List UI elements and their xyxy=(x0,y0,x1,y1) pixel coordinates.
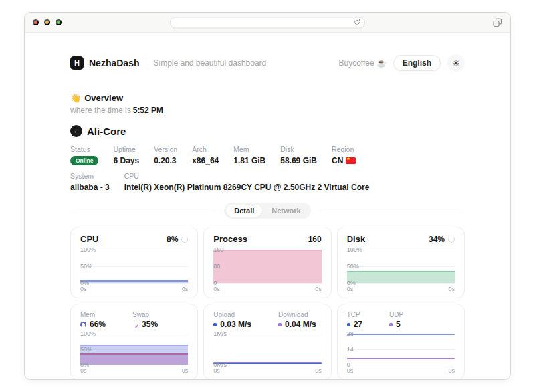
x-tick: 0s xyxy=(315,286,322,292)
x-tick: 0s xyxy=(448,286,455,292)
zoom-window-button[interactable] xyxy=(56,19,62,25)
app-tagline: Simple and beautiful dashboard xyxy=(153,58,266,68)
tabs-divider-left xyxy=(70,211,216,211)
brand-divider xyxy=(146,58,146,68)
version-value: 0.20.3 xyxy=(154,156,177,165)
y-tick: 28 xyxy=(347,331,354,337)
disk-chart-xaxis: 0s 0s xyxy=(347,286,455,292)
x-tick: 0s xyxy=(182,367,189,374)
x-tick: 0s xyxy=(80,286,87,292)
tabs: Detail Network xyxy=(224,203,310,219)
upload-stat: Upload 0.03 M/s xyxy=(213,311,251,329)
minimize-window-button[interactable] xyxy=(44,19,50,25)
tab-detail[interactable]: Detail xyxy=(226,205,262,217)
brand[interactable]: H NezhaDash Simple and beautiful dashboa… xyxy=(70,56,266,70)
buycoffee-link[interactable]: Buycoffee ☕ xyxy=(339,58,387,68)
cpu-chart: 100%50%0% xyxy=(80,250,188,283)
disk-card-title: Disk xyxy=(347,234,365,244)
y-tick: 160 xyxy=(213,247,223,253)
mem-stat-label: Mem xyxy=(80,311,106,318)
copy-tab-button[interactable] xyxy=(493,18,502,27)
overview-title-text: Overview xyxy=(84,93,123,103)
x-tick: 0s xyxy=(315,367,322,374)
y-tick: 50% xyxy=(80,264,92,270)
arch-value: x86_64 xyxy=(192,156,219,165)
app-name: NezhaDash xyxy=(89,58,139,68)
theme-toggle-button[interactable]: ☀ xyxy=(447,54,465,72)
tcp-stat-label: TCP xyxy=(347,311,362,318)
udp-stat: UDP 5 xyxy=(389,311,403,329)
language-button[interactable]: English xyxy=(393,55,441,71)
download-stat: Download 0.04 M/s xyxy=(278,311,316,329)
y-tick: 1M/s xyxy=(213,331,227,337)
mem-progress-arc-icon xyxy=(80,322,86,328)
series-line xyxy=(347,334,455,335)
x-tick: 0s xyxy=(213,286,220,292)
upload-dot-icon xyxy=(213,323,217,326)
status-label: Status xyxy=(70,145,98,153)
tcp-stat: TCP 27 xyxy=(347,311,362,329)
swap-stat: Swap 35% xyxy=(132,311,158,329)
overview-title: 👋 Overview xyxy=(70,93,465,103)
series-line xyxy=(347,358,455,359)
server-details-row2: System alibaba - 3 CPU Intel(R) Xeon(R) … xyxy=(70,172,465,192)
swap-stat-value: 35% xyxy=(142,320,158,329)
detail-arch: Arch x86_64 xyxy=(192,145,219,165)
overview-time: where the time is5:52 PM xyxy=(70,106,465,115)
sun-icon: ☀ xyxy=(452,58,460,68)
mem-swap-chart-xaxis: 0s 0s xyxy=(80,367,188,374)
tab-network[interactable]: Network xyxy=(263,205,308,217)
time-prefix: where the time is xyxy=(70,106,131,115)
arch-label: Arch xyxy=(192,145,219,153)
coffee-icon: ☕ xyxy=(377,58,387,68)
detail-uptime: Uptime 6 Days xyxy=(113,145,139,165)
download-dot-icon xyxy=(278,323,282,326)
back-button[interactable]: ← xyxy=(70,125,82,137)
cpu-card-value: 8% xyxy=(167,235,178,244)
window-controls xyxy=(33,19,62,25)
system-label: System xyxy=(70,172,110,180)
y-tick: 14 xyxy=(347,347,354,353)
back-arrow-icon: ← xyxy=(73,128,80,134)
desktop: H NezhaDash Simple and beautiful dashboa… xyxy=(0,0,535,392)
cpu-model-value: Intel(R) Xeon(R) Platinum 8269CY CPU @ 2… xyxy=(124,183,370,192)
address-bar[interactable] xyxy=(170,17,365,28)
loading-spinner-icon xyxy=(181,236,188,243)
app-header: H NezhaDash Simple and beautiful dashboa… xyxy=(70,54,465,72)
area-band xyxy=(80,280,188,283)
process-chart: 160800 xyxy=(213,250,321,283)
process-chart-xaxis: 0s 0s xyxy=(213,286,321,292)
download-stat-value: 0.04 M/s xyxy=(285,320,316,329)
detail-region: Region CN xyxy=(332,145,356,165)
disk-chart: 100%50%0% xyxy=(347,250,455,283)
header-actions: Buycoffee ☕ English ☀ xyxy=(339,54,465,72)
y-tick: 50% xyxy=(347,264,359,270)
download-stat-label: Download xyxy=(278,311,316,318)
process-card-title: Process xyxy=(213,234,247,244)
cpu-card-title: CPU xyxy=(80,234,98,244)
tcp-stat-value: 27 xyxy=(354,320,362,329)
x-tick: 0s xyxy=(80,367,87,374)
network-chart: 1M/s0M/s xyxy=(213,334,321,365)
upload-stat-value: 0.03 M/s xyxy=(220,320,251,329)
cn-flag-icon xyxy=(346,157,356,164)
loading-spinner-icon xyxy=(448,236,455,243)
disk-card-value: 34% xyxy=(429,235,445,244)
swap-stat-label: Swap xyxy=(132,311,158,318)
reload-icon[interactable] xyxy=(354,19,360,26)
x-tick: 0s xyxy=(347,367,354,374)
cpu-card: CPU 8% 100%50%0% 0s 0s xyxy=(70,227,198,298)
current-time: 5:52 PM xyxy=(133,106,163,115)
network-card: Upload 0.03 M/s Download 0.04 M/s xyxy=(203,304,331,380)
x-tick: 0s xyxy=(213,367,220,374)
close-window-button[interactable] xyxy=(33,19,39,25)
y-tick: 0 xyxy=(347,362,350,368)
series-line xyxy=(213,363,321,364)
network-chart-xaxis: 0s 0s xyxy=(213,367,321,374)
cpu-model-label: CPU xyxy=(124,172,370,180)
detail-system: System alibaba - 3 xyxy=(70,172,110,192)
region-label: Region xyxy=(332,145,356,153)
udp-stat-value: 5 xyxy=(396,320,401,329)
version-label: Version xyxy=(154,145,177,153)
disk-card: Disk 34% 100%50%0% 0s 0s xyxy=(337,227,465,298)
